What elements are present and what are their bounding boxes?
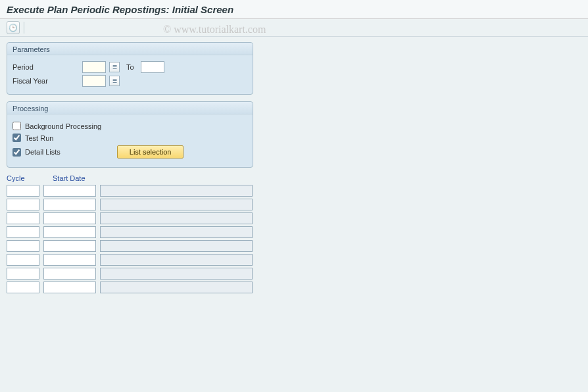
table-row [7, 240, 581, 252]
description-input[interactable] [100, 212, 253, 224]
processing-group: Processing Background Processing Test Ru… [7, 101, 253, 168]
processing-legend: Processing [7, 102, 253, 114]
start-date-input[interactable] [43, 185, 96, 197]
start-date-input[interactable] [43, 240, 96, 252]
execute-button[interactable]: 🕒 [7, 21, 20, 34]
description-input[interactable] [100, 254, 253, 266]
cycle-rows [7, 185, 581, 293]
start-date-header: Start Date [53, 174, 105, 182]
background-label[interactable]: Background Processing [25, 122, 101, 130]
table-row [7, 226, 581, 238]
fiscal-year-f4-icon[interactable]: ☰ [109, 76, 120, 86]
clock-execute-icon: 🕒 [9, 24, 18, 32]
cycle-input[interactable] [7, 199, 39, 210]
cycle-input[interactable] [7, 212, 39, 224]
fiscal-year-label: Fiscal Year [12, 77, 78, 85]
period-from-input[interactable] [82, 61, 106, 73]
start-date-input[interactable] [43, 212, 96, 224]
start-date-input[interactable] [43, 268, 96, 280]
table-row [7, 185, 581, 197]
parameters-legend: Parameters [7, 43, 253, 55]
parameters-group: Parameters Period ☰ To Fiscal Year ☰ [7, 42, 253, 95]
list-selection-button[interactable]: List selection [117, 145, 184, 159]
description-input[interactable] [100, 226, 253, 238]
period-to-input[interactable] [141, 61, 164, 73]
detail-label[interactable]: Detail Lists [25, 148, 61, 156]
period-label: Period [12, 63, 78, 71]
toolbar-separator [24, 22, 24, 34]
description-input[interactable] [100, 199, 253, 210]
title-bar: Execute Plan Periodic Repostings: Initia… [0, 0, 588, 19]
page-title: Execute Plan Periodic Repostings: Initia… [7, 4, 581, 15]
testrun-checkbox[interactable] [12, 134, 21, 142]
table-row [7, 268, 581, 280]
description-input[interactable] [100, 282, 253, 293]
period-to-label: To [126, 63, 134, 71]
background-checkbox[interactable] [12, 122, 21, 130]
start-date-input[interactable] [43, 254, 96, 266]
cycle-input[interactable] [7, 254, 39, 266]
detail-checkbox[interactable] [12, 148, 21, 157]
cycle-input[interactable] [7, 282, 39, 293]
table-row [7, 199, 581, 210]
main-content: Parameters Period ☰ To Fiscal Year ☰ Pro… [0, 37, 588, 301]
fiscal-year-input[interactable] [82, 75, 106, 87]
cycle-input[interactable] [7, 268, 39, 280]
start-date-input[interactable] [43, 226, 96, 238]
start-date-input[interactable] [43, 282, 96, 293]
description-input[interactable] [100, 268, 253, 280]
table-row [7, 212, 581, 224]
column-headers: Cycle Start Date [7, 174, 581, 182]
cycle-header: Cycle [7, 174, 39, 182]
cycle-input[interactable] [7, 185, 39, 197]
description-input[interactable] [100, 240, 253, 252]
cycle-input[interactable] [7, 226, 39, 238]
start-date-input[interactable] [43, 199, 96, 210]
period-f4-icon[interactable]: ☰ [109, 62, 120, 72]
table-row [7, 254, 581, 266]
app-toolbar: 🕒 [0, 19, 588, 37]
cycle-input[interactable] [7, 240, 39, 252]
testrun-label[interactable]: Test Run [25, 134, 53, 142]
description-input[interactable] [100, 185, 253, 197]
table-row [7, 282, 581, 293]
